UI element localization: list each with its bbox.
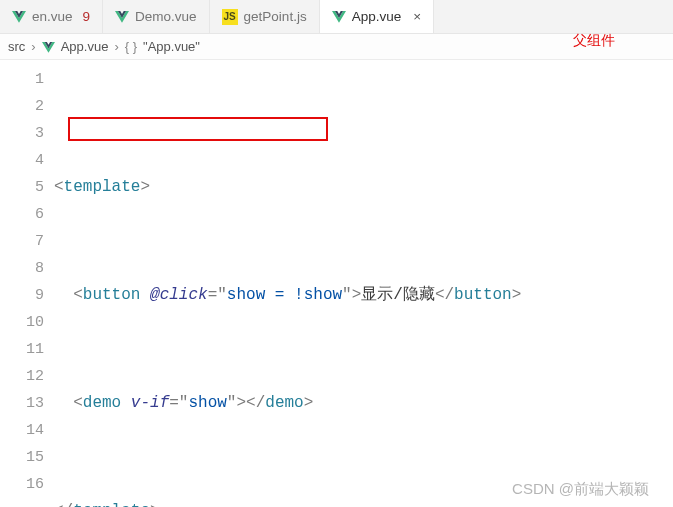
highlight-box	[68, 117, 328, 141]
line-number: 14	[0, 417, 44, 444]
line-number: 2	[0, 93, 44, 120]
line-number: 10	[0, 309, 44, 336]
line-number: 15	[0, 444, 44, 471]
code-line: <button @click="show = !show">显示/隐藏</but…	[54, 282, 673, 309]
line-number: 4	[0, 147, 44, 174]
breadcrumb-file[interactable]: App.vue	[61, 39, 109, 54]
line-number: 6	[0, 201, 44, 228]
line-number: 13	[0, 390, 44, 417]
tab-en-vue[interactable]: en.vue 9	[0, 0, 103, 33]
line-number: 16	[0, 471, 44, 498]
tab-demo-vue[interactable]: Demo.vue	[103, 0, 210, 33]
vue-icon	[115, 11, 129, 23]
breadcrumb-root[interactable]: src	[8, 39, 25, 54]
chevron-right-icon: ›	[114, 39, 118, 54]
line-number: 7	[0, 228, 44, 255]
close-icon[interactable]: ×	[413, 9, 421, 24]
js-icon: JS	[222, 9, 238, 25]
tab-app-vue[interactable]: App.vue ×	[320, 0, 434, 33]
line-number: 11	[0, 336, 44, 363]
braces-icon: { }	[125, 39, 137, 54]
tab-label: en.vue	[32, 9, 73, 24]
tab-label: Demo.vue	[135, 9, 197, 24]
tab-label: getPoint.js	[244, 9, 307, 24]
editor-tabs: en.vue 9 Demo.vue JS getPoint.js App.vue…	[0, 0, 673, 34]
chevron-right-icon: ›	[31, 39, 35, 54]
code-line: </template>	[54, 498, 673, 507]
tab-label: App.vue	[352, 9, 402, 24]
line-number: 1	[0, 66, 44, 93]
code-editor[interactable]: 1 2 3 4 5 6 7 8 9 10 11 12 13 14 15 16 <…	[0, 60, 673, 507]
breadcrumb-symbol[interactable]: "App.vue"	[143, 39, 200, 54]
breadcrumb: src › App.vue › { } "App.vue"	[0, 34, 673, 60]
line-number-gutter: 1 2 3 4 5 6 7 8 9 10 11 12 13 14 15 16	[0, 60, 54, 507]
code-area[interactable]: <template> <button @click="show = !show"…	[54, 60, 673, 507]
line-number: 5	[0, 174, 44, 201]
tab-getpoint-js[interactable]: JS getPoint.js	[210, 0, 320, 33]
tab-badge: 9	[83, 9, 91, 24]
line-number: 12	[0, 363, 44, 390]
code-line: <template>	[54, 174, 673, 201]
vue-icon	[12, 11, 26, 23]
vue-icon	[332, 11, 346, 23]
line-number: 3	[0, 120, 44, 147]
line-number: 9	[0, 282, 44, 309]
vue-icon	[42, 41, 55, 52]
line-number: 8	[0, 255, 44, 282]
code-line: <demo v-if="show"></demo>	[54, 390, 673, 417]
